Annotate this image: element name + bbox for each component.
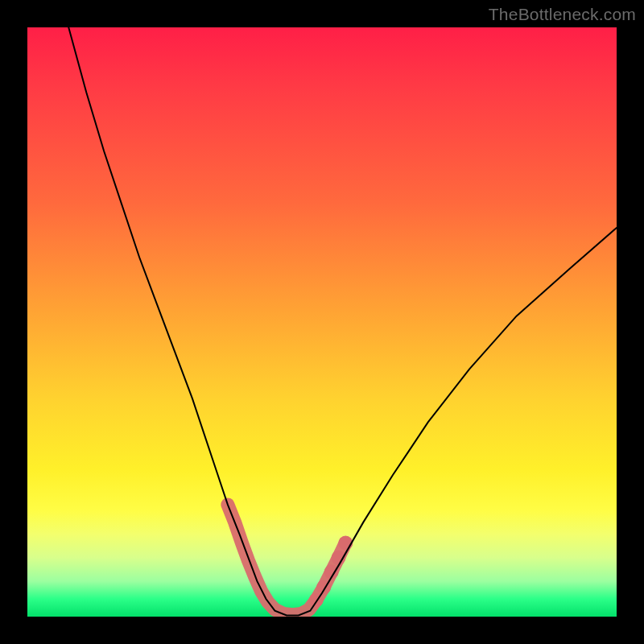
plot-area [27,27,617,617]
highlight-markers [228,505,353,615]
curve-layer [27,27,617,617]
chart-frame: TheBottleneck.com [0,0,644,644]
watermark-text: TheBottleneck.com [489,5,636,24]
bottleneck-curve [68,27,617,616]
